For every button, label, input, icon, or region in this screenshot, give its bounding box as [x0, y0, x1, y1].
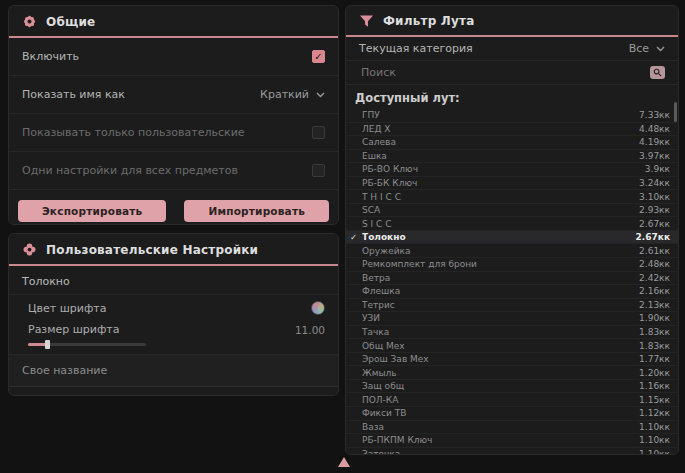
loot-item-value: 7.33кк — [639, 110, 670, 120]
loot-item-name: Ешка — [362, 151, 639, 161]
loot-panel-header: Фильтр Лута — [346, 6, 678, 35]
category-dropdown[interactable]: Все — [629, 42, 665, 55]
loot-item-name: Эрош Зав Мех — [362, 354, 639, 364]
loot-list-item[interactable]: Ешка3.97кк — [346, 150, 678, 164]
loot-item-name: Ремкомплект для брони — [362, 259, 639, 269]
collapse-handle-icon[interactable] — [338, 457, 350, 467]
loot-list-item[interactable]: ГПУ7.33кк — [346, 109, 678, 123]
chevron-down-icon — [656, 46, 665, 52]
loot-item-value: 3.9кк — [645, 164, 670, 174]
loot-item-name: ПОЛ-КА — [362, 395, 639, 405]
loot-list-item[interactable]: SCA2.93кк — [346, 204, 678, 218]
loot-list-item[interactable]: РБ-ПКПМ Ключ1.10кк — [346, 434, 678, 448]
same-settings-checkbox[interactable] — [312, 164, 325, 177]
loot-list-item[interactable]: ✓Толокно2.67кк — [346, 231, 678, 245]
chevron-down-icon — [316, 92, 325, 98]
loot-item-name: SCA — [362, 205, 639, 215]
import-button[interactable]: Импортировать — [184, 200, 329, 222]
color-picker-icon[interactable] — [311, 301, 325, 315]
loot-list-item[interactable]: Тетрис2.13кк — [346, 299, 678, 313]
slider-handle[interactable] — [45, 340, 50, 349]
loot-list-item[interactable]: Ваза1.10кк — [346, 421, 678, 435]
loot-item-value: 1.83кк — [639, 341, 670, 351]
loot-item-value: 1.15кк — [639, 395, 670, 405]
panel-general: Общие Включить Показать имя как Краткий … — [8, 5, 339, 225]
loot-list-item[interactable]: Флешка2.16кк — [346, 285, 678, 299]
font-size-value: 11.00 — [295, 324, 325, 336]
category-value: Все — [629, 42, 649, 55]
loot-list-item[interactable]: Ветра2.42кк — [346, 272, 678, 286]
loot-item-name: РБ-БК Ключ — [362, 178, 639, 188]
search-input[interactable] — [359, 65, 603, 80]
selected-item-name: Толокно — [9, 266, 338, 295]
loot-list-item[interactable]: УЗИ1.90кк — [346, 312, 678, 326]
loot-item-name: Ветра — [362, 273, 639, 283]
font-color-row: Цвет шрифта — [9, 295, 338, 317]
loot-item-name: Защ общ — [362, 381, 639, 391]
custom-panel-title: Пользовательские Настройки — [46, 243, 258, 257]
loot-item-name: Фикси ТВ — [362, 408, 639, 418]
loot-list-item[interactable]: Тачка1.83кк — [346, 326, 678, 340]
loot-list-item[interactable]: Жмыль1.20кк — [346, 366, 678, 380]
loot-item-value: 1.16кк — [639, 381, 670, 391]
loot-item-value: 2.13кк — [639, 300, 670, 310]
loot-item-name: ЛЕД Х — [362, 124, 639, 134]
custom-panel-header: Пользовательские Настройки — [9, 234, 338, 264]
panel-loot-filter: Фильтр Лута Текущая категория Все Доступ… — [345, 5, 679, 455]
name-display-value: Краткий — [260, 88, 309, 101]
enable-checkbox[interactable] — [312, 50, 325, 63]
loot-item-value: 3.97кк — [639, 151, 670, 161]
funnel-icon — [359, 14, 374, 28]
search-icon[interactable] — [650, 66, 665, 79]
enable-row: Включить — [9, 38, 338, 76]
font-size-slider[interactable] — [28, 343, 146, 346]
loot-list-item[interactable]: ЛЕД Х4.48кк — [346, 123, 678, 137]
export-button[interactable]: Экспортировать — [18, 200, 166, 222]
loot-list-item[interactable]: T H I C C3.10кк — [346, 190, 678, 204]
loot-item-name: Заточка — [362, 449, 639, 455]
loot-item-value: 1.83кк — [639, 327, 670, 337]
name-display-label: Показать имя как — [22, 88, 125, 101]
loot-item-value: 1.10кк — [639, 435, 670, 445]
loot-item-name: Тетрис — [362, 300, 639, 310]
loot-item-value: 3.10кк — [639, 192, 670, 202]
loot-item-value: 1.10кк — [639, 449, 670, 455]
custom-only-label: Показывать только пользовательские — [22, 126, 245, 139]
loot-item-value: 2.16кк — [639, 286, 670, 296]
loot-list-item[interactable]: Общ Мех1.83кк — [346, 339, 678, 353]
custom-name-input[interactable] — [9, 355, 338, 387]
loot-list-item[interactable]: РБ-ВО Ключ3.9кк — [346, 163, 678, 177]
loot-item-name: УЗИ — [362, 313, 639, 323]
scrollbar-thumb[interactable] — [674, 102, 677, 122]
loot-item-name: T H I C C — [362, 192, 639, 202]
loot-list-item[interactable]: Заточка1.10кк — [346, 448, 678, 455]
loot-item-name: РБ-ПКПМ Ключ — [362, 435, 639, 445]
custom-only-checkbox[interactable] — [312, 126, 325, 139]
gear-icon — [22, 14, 37, 29]
loot-item-value: 1.10кк — [639, 422, 670, 432]
font-size-slider-wrap — [9, 338, 338, 355]
loot-list-item[interactable]: Эрош Зав Мех1.77кк — [346, 353, 678, 367]
loot-list-item[interactable]: Оружейка2.61кк — [346, 244, 678, 258]
loot-list-item[interactable]: ПОЛ-КА1.15кк — [346, 393, 678, 407]
loot-item-name: ГПУ — [362, 110, 639, 120]
loot-list-item[interactable]: Фикси ТВ1.12кк — [346, 407, 678, 421]
loot-list-item[interactable]: Защ общ1.16кк — [346, 380, 678, 394]
loot-item-value: 2.67кк — [639, 219, 670, 229]
loot-list-item[interactable]: РБ-БК Ключ3.24кк — [346, 177, 678, 191]
delete-row: Удалить — [9, 387, 338, 396]
loot-list-item[interactable]: S I C C2.67кк — [346, 217, 678, 231]
general-panel-header: Общие — [9, 6, 338, 36]
flower-icon — [22, 242, 37, 257]
loot-list-item[interactable]: Ремкомплект для брони2.48кк — [346, 258, 678, 272]
loot-item-value: 2.42кк — [639, 273, 670, 283]
loot-item-value: 4.48кк — [639, 124, 670, 134]
panel-custom-settings: Пользовательские Настройки Толокно Цвет … — [8, 233, 339, 396]
available-loot-label: Доступный лут: — [346, 85, 678, 109]
loot-item-value: 2.48кк — [639, 259, 670, 269]
loot-list-item[interactable]: Салева4.19кк — [346, 136, 678, 150]
loot-item-value: 4.19кк — [639, 137, 670, 147]
name-display-dropdown[interactable]: Краткий — [260, 88, 325, 101]
selected-check-icon: ✓ — [350, 232, 362, 242]
loot-list: ГПУ7.33ккЛЕД Х4.48ккСалева4.19ккЕшка3.97… — [346, 109, 678, 455]
